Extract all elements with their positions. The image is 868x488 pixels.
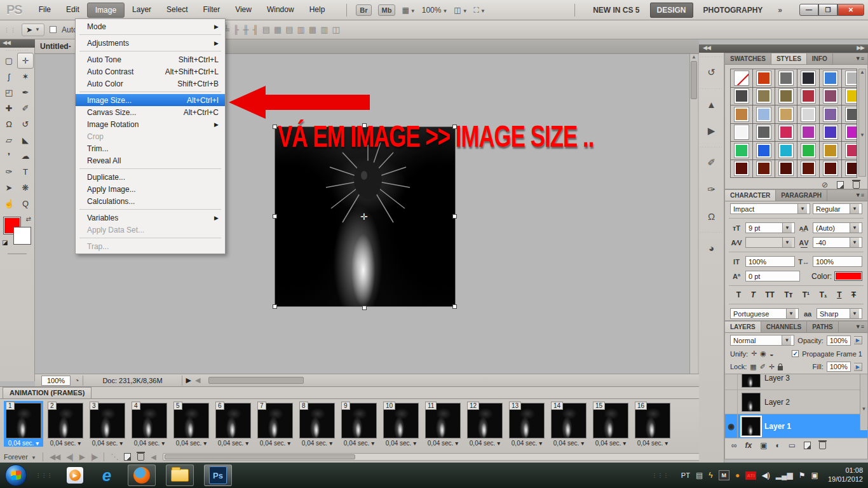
- visibility-toggle[interactable]: [725, 390, 738, 414]
- zoom-tool[interactable]: Q: [17, 196, 34, 212]
- document-tab[interactable]: Untitled-: [35, 39, 81, 53]
- frame-delay-select[interactable]: 0,04 sec. ▾: [423, 438, 463, 447]
- style-swatch-21[interactable]: [778, 125, 794, 140]
- animation-frame-16[interactable]: 160,04 sec. ▾: [633, 402, 672, 451]
- grip-handle[interactable]: ⋮⋮: [4, 27, 17, 33]
- sponge-tool[interactable]: ☁: [17, 148, 34, 164]
- color-panel-icon[interactable]: ◕: [702, 238, 721, 257]
- font-size-select[interactable]: 9 pt▼: [745, 222, 795, 233]
- lock-paint-icon[interactable]: ✐: [760, 363, 766, 371]
- frame-delay-select[interactable]: 0,04 sec. ▾: [130, 438, 169, 447]
- workspace-photography[interactable]: PHOTOGRAPHY: [697, 3, 770, 17]
- animation-frame-4[interactable]: 40,04 sec. ▾: [130, 402, 169, 451]
- launch-bridge-button[interactable]: Br: [356, 4, 371, 16]
- tab-swatches[interactable]: SWATCHES: [725, 53, 771, 64]
- animation-frame-5[interactable]: 50,04 sec. ▾: [172, 402, 211, 451]
- taskbar-firefox-button[interactable]: [128, 464, 156, 486]
- style-swatch-3[interactable]: [778, 71, 794, 86]
- selection-handle[interactable]: [273, 125, 277, 129]
- animation-frame-11[interactable]: 110,04 sec. ▾: [423, 402, 463, 451]
- animation-frame-10[interactable]: 100,04 sec. ▾: [381, 402, 421, 451]
- adjustment-layer-icon[interactable]: ◐: [776, 441, 780, 450]
- clone-stamp-tool[interactable]: Ω: [1, 116, 17, 132]
- taskbar-wmp-button[interactable]: ▶: [64, 464, 86, 486]
- new-frame-button[interactable]: [124, 453, 131, 461]
- restore-button[interactable]: ❐: [818, 4, 837, 16]
- canvas-horizontal-scrollbar[interactable]: [208, 377, 304, 384]
- workspace-design[interactable]: DESIGN: [650, 3, 693, 18]
- ati-icon[interactable]: ATI: [745, 471, 756, 480]
- style-swatch-8[interactable]: [756, 88, 771, 104]
- animation-frame-8[interactable]: 80,04 sec. ▾: [297, 402, 337, 451]
- distribute-vertical-centers-icon[interactable]: ▦: [272, 25, 283, 34]
- hand-tool[interactable]: ☝: [1, 196, 17, 212]
- delete-frame-button[interactable]: [137, 453, 144, 461]
- superscript-button[interactable]: T¹: [803, 290, 810, 299]
- launch-minibridge-button[interactable]: Mb: [378, 4, 396, 16]
- unify-style-icon[interactable]: ◒: [770, 350, 774, 358]
- brush-tool[interactable]: ✐: [17, 100, 34, 116]
- vertical-scale-field[interactable]: 100%: [745, 256, 795, 267]
- style-swatch-34[interactable]: [801, 161, 816, 176]
- animation-frame-2[interactable]: 20,04 sec. ▾: [46, 402, 85, 451]
- animation-frame-1[interactable]: 10,04 sec. ▾: [4, 402, 43, 451]
- default-colors-icon[interactable]: ◪: [2, 239, 8, 246]
- eraser-tool[interactable]: ▱: [1, 132, 17, 148]
- animation-frame-15[interactable]: 150,04 sec. ▾: [591, 402, 630, 451]
- animation-frame-3[interactable]: 30,04 sec. ▾: [88, 402, 127, 451]
- menu-item-image-rotation[interactable]: Image Rotation▶: [76, 118, 225, 130]
- crop-tool[interactable]: ◰: [1, 85, 17, 100]
- tween-button[interactable]: ⋱: [111, 452, 118, 461]
- style-swatch-20[interactable]: [756, 125, 771, 140]
- tab-character[interactable]: CHARACTER: [725, 190, 776, 201]
- path-selection-tool[interactable]: ➤: [1, 180, 17, 196]
- frame-delay-select[interactable]: 0,04 sec. ▾: [549, 438, 588, 447]
- all-caps-button[interactable]: TT: [765, 290, 775, 299]
- faux-italic-button[interactable]: T: [750, 290, 755, 299]
- frame-delay-select[interactable]: 0,04 sec. ▾: [46, 438, 85, 447]
- opacity-field[interactable]: 100%: [827, 336, 851, 346]
- align-left-edges-icon[interactable]: ╟: [231, 25, 241, 34]
- volume-icon[interactable]: ◀): [762, 471, 770, 480]
- kerning-select[interactable]: ▼: [745, 237, 795, 248]
- menu-item-auto-color[interactable]: Auto ColorShift+Ctrl+B: [76, 78, 225, 90]
- style-swatch-14[interactable]: [756, 107, 771, 122]
- tab-paths[interactable]: PATHS: [807, 322, 838, 332]
- rectangular-marquee-tool[interactable]: ▢: [1, 53, 17, 69]
- menubar-item-image[interactable]: Image: [87, 3, 125, 18]
- keyboard-icon[interactable]: ▤: [696, 471, 703, 480]
- distribute-top-edges-icon[interactable]: ▤: [261, 25, 272, 34]
- previous-frame-button[interactable]: ◀|: [66, 452, 72, 461]
- style-swatch-31[interactable]: [734, 161, 749, 176]
- strikethrough-button[interactable]: Ŧ: [851, 290, 856, 299]
- magic-wand-tool[interactable]: ✶: [17, 69, 34, 85]
- menu-item-canvas-size[interactable]: Canvas Size...Alt+Ctrl+C: [76, 106, 225, 118]
- text-color-swatch[interactable]: [834, 271, 862, 281]
- styles-scrollbar[interactable]: ▲▼: [858, 69, 866, 177]
- font-style-select[interactable]: Regular▼: [813, 203, 862, 214]
- histogram-panel-icon[interactable]: ▲: [702, 95, 721, 114]
- taskbar-photoshop-button[interactable]: Ps: [204, 464, 232, 486]
- style-swatch-29[interactable]: [823, 143, 838, 158]
- delete-style-button[interactable]: [853, 181, 860, 189]
- style-swatch-28[interactable]: [801, 143, 816, 158]
- frame-delay-select[interactable]: 0,04 sec. ▾: [507, 438, 546, 447]
- panel-menu-icon[interactable]: ▼≡: [852, 53, 867, 64]
- small-caps-button[interactable]: Tᴛ: [784, 290, 792, 299]
- style-swatch-18[interactable]: [845, 107, 857, 122]
- move-tool[interactable]: ✛: [17, 53, 34, 69]
- visibility-toggle[interactable]: ◉: [725, 414, 738, 438]
- style-swatch-15[interactable]: [778, 107, 794, 122]
- layer-effects-icon[interactable]: fx: [745, 441, 752, 450]
- distribute-right-edges-icon[interactable]: ▥: [318, 25, 330, 34]
- menu-item-duplicate[interactable]: Duplicate...: [76, 171, 225, 183]
- selection-handle[interactable]: [452, 304, 457, 309]
- frame-delay-select[interactable]: 0,04 sec. ▾: [255, 438, 295, 447]
- style-swatch-23[interactable]: [823, 125, 838, 140]
- lock-transparency-icon[interactable]: ▦: [750, 363, 756, 371]
- opacity-slider-arrow[interactable]: ▶: [854, 336, 862, 344]
- visibility-toggle[interactable]: [725, 374, 738, 390]
- subscript-button[interactable]: T₁: [819, 290, 827, 299]
- close-button[interactable]: ✕: [837, 4, 864, 16]
- taskbar-explorer-button[interactable]: [166, 464, 194, 486]
